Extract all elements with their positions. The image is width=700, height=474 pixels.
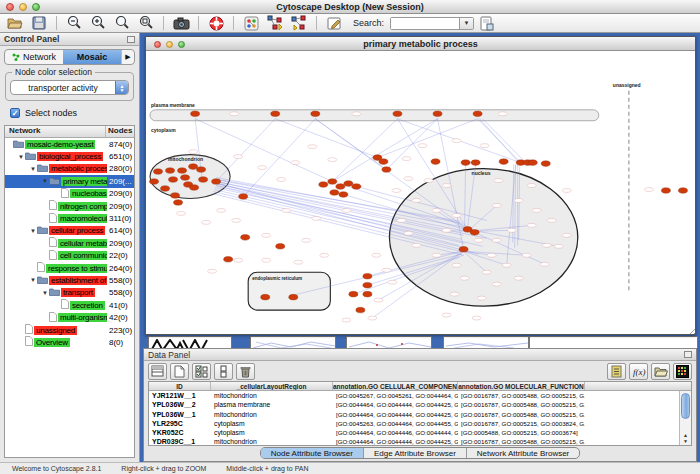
network-node[interactable]: [352, 184, 361, 190]
network-node-unselected[interactable]: [514, 198, 523, 202]
tree-col-network[interactable]: Network: [5, 126, 106, 137]
network-node-unselected[interactable]: [460, 276, 469, 280]
tree-row[interactable]: Overview8(0): [5, 336, 134, 348]
network-node[interactable]: [393, 111, 402, 117]
network-node-unselected[interactable]: [450, 292, 459, 296]
network-node-unselected[interactable]: [177, 211, 186, 215]
network-node-unselected[interactable]: [258, 166, 267, 170]
network-node[interactable]: [154, 169, 163, 175]
network-node-unselected[interactable]: [487, 253, 496, 257]
network-node[interactable]: [271, 111, 280, 117]
tree-row[interactable]: cell communicat22(0): [5, 250, 134, 262]
network-node-unselected[interactable]: [527, 184, 536, 188]
network-node[interactable]: [178, 168, 187, 174]
tree-row[interactable]: response to stimul264(0): [5, 262, 134, 274]
network-node[interactable]: [528, 160, 537, 166]
network-node[interactable]: [190, 185, 199, 191]
network-node-unselected[interactable]: [404, 177, 413, 181]
network-node-unselected[interactable]: [452, 213, 461, 217]
tree-row[interactable]: ▼transport558(0): [5, 287, 134, 299]
network-node-unselected[interactable]: [507, 228, 516, 232]
network-node[interactable]: [171, 193, 180, 199]
network-node-unselected[interactable]: [472, 316, 481, 320]
network-node-unselected[interactable]: [230, 112, 239, 116]
network-node-unselected[interactable]: [412, 243, 421, 247]
network-node-unselected[interactable]: [234, 155, 243, 159]
network-node[interactable]: [311, 111, 320, 117]
table-cell[interactable]: [GO:0005488, GO:0005215, GO:0003674]: [458, 428, 585, 437]
network-node[interactable]: [189, 164, 198, 170]
network-node-unselected[interactable]: [202, 220, 211, 224]
table-cell[interactable]: [GO:0016787, GO:0005488, GO:0005215, G..…: [458, 400, 585, 409]
network-node[interactable]: [661, 188, 670, 194]
network-node-unselected[interactable]: [562, 233, 571, 237]
zoom-out-button[interactable]: [63, 15, 85, 32]
network-node-unselected[interactable]: [502, 263, 511, 267]
vizmapper-button[interactable]: [240, 15, 262, 32]
network-node[interactable]: [169, 177, 178, 183]
network-node-unselected[interactable]: [312, 216, 321, 220]
network-node[interactable]: [344, 181, 353, 187]
network-node-unselected[interactable]: [542, 243, 551, 247]
network-node[interactable]: [241, 235, 250, 241]
network-node-unselected[interactable]: [234, 258, 243, 262]
network-node-unselected[interactable]: [432, 208, 441, 212]
network-node-unselected[interactable]: [522, 253, 531, 257]
table-cell[interactable]: [GO:0045263, GO:0044464, GO:0044455, G..…: [333, 419, 458, 428]
tree-row[interactable]: ▼establishment of lo558(0): [5, 274, 134, 286]
table-cell[interactable]: YJR121W__1: [149, 391, 211, 400]
network-node-unselected[interactable]: [492, 282, 501, 286]
expander-icon[interactable]: ▼: [29, 166, 37, 172]
table-row[interactable]: YJR121W__1mitochondrion[GO:0045267, GO:0…: [149, 391, 691, 400]
network-node-unselected[interactable]: [644, 188, 653, 192]
table-column-header[interactable]: _cellularLayoutRegion: [211, 382, 333, 390]
network-minimize-button[interactable]: [166, 41, 173, 48]
network-node-unselected[interactable]: [554, 244, 563, 248]
network-node[interactable]: [461, 160, 470, 166]
scrollbar-buttons[interactable]: ▲▼: [680, 432, 691, 444]
table-cell[interactable]: [GO:0044464, GO:0044446, GO:0044444, G..…: [333, 428, 458, 437]
network-node-unselected[interactable]: [547, 218, 556, 222]
network-node-unselected[interactable]: [477, 296, 486, 300]
network-node[interactable]: [181, 175, 190, 181]
network-node[interactable]: [197, 167, 206, 173]
network-node[interactable]: [470, 230, 479, 236]
network-node-unselected[interactable]: [328, 158, 337, 162]
network-node[interactable]: [349, 291, 358, 297]
network-node-unselected[interactable]: [442, 313, 451, 317]
attribute-select-button[interactable]: [148, 363, 167, 380]
nucleus-compartment[interactable]: [389, 169, 577, 307]
network-node-unselected[interactable]: [282, 208, 291, 212]
network-window-titlebar[interactable]: primary metabolic process: [146, 37, 695, 51]
layout-button-1[interactable]: [264, 15, 286, 32]
network-node[interactable]: [328, 179, 337, 185]
zoom-in-button[interactable]: [87, 15, 109, 32]
data-panel-float-icon[interactable]: [684, 351, 692, 358]
network-node-unselected[interactable]: [217, 208, 226, 212]
help-button[interactable]: [205, 15, 227, 32]
tree-row[interactable]: cellular metabol209(0): [5, 237, 134, 249]
tree-row[interactable]: ▼metabolic process280(0): [5, 163, 134, 175]
network-node[interactable]: [161, 186, 170, 192]
select-all-attributes-button[interactable]: [192, 363, 211, 380]
network-node-unselected[interactable]: [452, 263, 461, 267]
table-row[interactable]: YDR039C__1mitochondrion[GO:0044464, GO:0…: [149, 437, 691, 446]
expander-icon[interactable]: ▼: [17, 154, 25, 160]
layout-button-2[interactable]: [288, 15, 310, 32]
network-node-unselected[interactable]: [294, 260, 303, 264]
table-cell[interactable]: YKR052C: [149, 428, 211, 437]
tree-col-nodes[interactable]: Nodes: [106, 126, 134, 137]
network-node-unselected[interactable]: [412, 198, 421, 202]
table-row[interactable]: YKR052Ccytoplasm[GO:0044464, GO:0044446,…: [149, 428, 691, 437]
table-cell[interactable]: [GO:0044464, GO:0044444, GO:0044425, G..…: [333, 410, 458, 419]
background-window-4[interactable]: [443, 336, 529, 348]
network-node[interactable]: [330, 190, 339, 196]
scrollbar-thumb[interactable]: [681, 393, 690, 419]
network-node[interactable]: [431, 159, 440, 165]
tab-network[interactable]: Network: [5, 50, 63, 64]
network-node-unselected[interactable]: [208, 269, 217, 273]
network-node[interactable]: [276, 244, 285, 250]
network-node[interactable]: [261, 294, 270, 300]
browser-tab-1[interactable]: Edge Attribute Browser: [364, 448, 467, 458]
table-row[interactable]: YPL036W__2plasma membrane[GO:0044464, GO…: [149, 400, 691, 409]
